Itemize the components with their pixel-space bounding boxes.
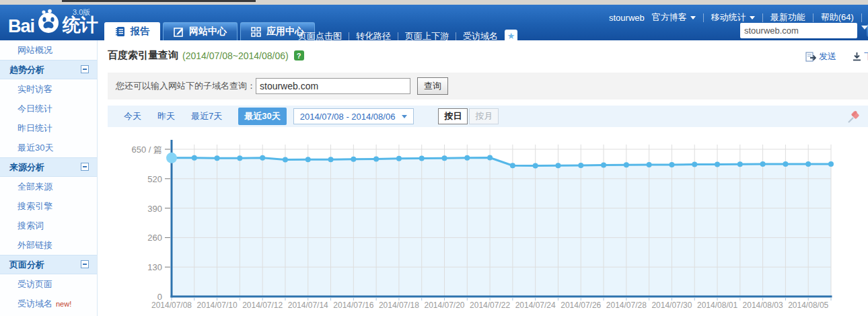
data-point[interactable] — [442, 155, 447, 161]
x-axis-line — [171, 296, 832, 298]
data-point[interactable] — [237, 155, 242, 161]
data-point[interactable] — [669, 162, 674, 167]
menu-divider — [703, 13, 704, 22]
report-icon — [115, 26, 125, 37]
subdomain-query-label: 您还可以输入网站下的子域名查询： — [116, 80, 256, 92]
filter-last-7-days[interactable]: 最近7天 — [191, 110, 222, 122]
x-axis-label: 2014/07/30 — [651, 301, 692, 310]
y-axis-line — [171, 140, 173, 298]
page-title: 百度索引量查询 — [108, 49, 178, 62]
collapse-minus-icon[interactable] — [81, 163, 89, 171]
data-point[interactable] — [533, 163, 538, 169]
data-point[interactable] — [760, 161, 766, 167]
date-filter-bar: 今天 昨天 最近7天 最近30天 2014/07/08 - 2014/08/06… — [108, 106, 868, 127]
sidebar-section-source-analysis[interactable]: 来源分析 — [0, 157, 97, 177]
sidebar-section-trend-analysis[interactable]: 趋势分析 — [0, 60, 97, 79]
data-point[interactable] — [737, 161, 743, 167]
x-axis-label: 2014/08/05 — [788, 301, 828, 310]
collapse-minus-icon[interactable] — [81, 260, 89, 268]
date-range-dropdown[interactable]: 2014/07/08 - 2014/08/06 — [293, 108, 414, 124]
data-point[interactable] — [647, 162, 652, 167]
sidebar-item-visited-domains[interactable]: 受访域名new! — [0, 294, 97, 313]
sidebar-item-all-sources[interactable]: 全部来源 — [0, 177, 97, 196]
data-point[interactable] — [828, 161, 834, 167]
help-icon[interactable]: ? — [294, 50, 304, 61]
data-point-highlighted[interactable] — [166, 153, 177, 163]
menu-official-blog[interactable]: 官方博客 — [652, 11, 696, 24]
sidebar-section-page-analysis[interactable]: 页面分析 — [0, 255, 97, 274]
menu-help[interactable]: 帮助(64) — [821, 11, 854, 24]
data-point[interactable] — [192, 155, 197, 161]
y-axis-label: 520 — [147, 174, 162, 184]
primary-tabs: 报告 网站中心 应用中心 — [104, 22, 315, 40]
x-axis-label: 2014/07/14 — [288, 301, 328, 310]
x-axis-label: 2014/07/28 — [606, 301, 647, 310]
tab-site-center[interactable]: 网站中心 — [163, 22, 238, 40]
subnav-divider — [398, 32, 398, 40]
sidebar-item-realtime-visitors[interactable]: 实时访客 — [0, 79, 97, 99]
send-report-button[interactable]: 发送 — [805, 50, 836, 63]
data-point[interactable] — [601, 163, 606, 168]
sidebar-item-last-30-days[interactable]: 最近30天 — [0, 138, 97, 157]
granularity-by-month-button[interactable]: 按月 — [469, 108, 499, 124]
pushpin-icon[interactable] — [846, 110, 861, 126]
menu-new-features[interactable]: 最新功能 — [770, 11, 805, 24]
baidu-tongji-logo[interactable]: Bai 统计 3.0版 — [8, 9, 98, 37]
subnav-page-clickmap[interactable]: 页面点击图 — [298, 30, 342, 42]
filter-today[interactable]: 今天 — [124, 110, 141, 122]
data-point[interactable] — [260, 155, 265, 161]
subdomain-query-input[interactable] — [256, 78, 410, 94]
y-axis-label: 130 — [147, 262, 162, 272]
data-point[interactable] — [351, 157, 356, 162]
subnav-visited-domain[interactable]: 受访域名 — [463, 30, 498, 42]
sidebar-item-today-stats[interactable]: 今日统计 — [0, 99, 97, 118]
data-point[interactable] — [328, 157, 334, 162]
data-point[interactable] — [510, 163, 515, 168]
data-point[interactable] — [624, 162, 629, 167]
data-point[interactable] — [396, 156, 402, 161]
data-point[interactable] — [805, 161, 811, 167]
sidebar-item-external-links[interactable]: 外部链接 — [0, 235, 97, 255]
site-selector-input[interactable] — [740, 26, 867, 36]
data-point[interactable] — [305, 157, 311, 162]
data-point[interactable] — [715, 162, 720, 167]
download-report-button[interactable]: 下载 — [853, 50, 868, 63]
baidu-tongji-page: { "header": { "logo": {"brand_left": "Ba… — [0, 0, 868, 316]
granularity-by-day-button[interactable]: 按日 — [438, 108, 468, 124]
collapse-minus-icon[interactable] — [81, 65, 89, 73]
subnav-conversion-path[interactable]: 转化路径 — [356, 30, 391, 42]
sidebar-item-yesterday-stats[interactable]: 昨日统计 — [0, 118, 97, 138]
sidebar-item-visited-pages[interactable]: 受访页面 — [0, 274, 97, 294]
x-axis-label: 2014/08/03 — [743, 301, 783, 310]
username[interactable]: stourweb — [609, 13, 645, 23]
y-axis-label: 650 / 篇 — [131, 145, 162, 155]
tab-report[interactable]: 报告 — [104, 22, 160, 40]
data-point[interactable] — [283, 157, 288, 162]
x-axis-label: 2014/07/18 — [379, 301, 419, 310]
menu-mobile-stats[interactable]: 移动统计 — [711, 11, 755, 24]
query-button[interactable]: 查询 — [417, 77, 448, 95]
data-point[interactable] — [783, 161, 788, 167]
sidebar-item-search-engines[interactable]: 搜索引擎 — [0, 196, 97, 216]
data-point[interactable] — [578, 163, 583, 168]
sidebar-item-site-overview[interactable]: 网站概况 — [0, 40, 97, 60]
subnav-page-updown[interactable]: 页面上下游 — [405, 30, 449, 42]
data-point[interactable] — [464, 155, 470, 161]
y-axis-label: 390 — [147, 204, 162, 214]
data-point[interactable] — [419, 155, 425, 161]
data-point[interactable] — [555, 163, 560, 168]
report-sidebar: 网站概况 趋势分析 实时访客 今日统计 昨日统计 最近30天 来源分析 全部来源… — [0, 40, 98, 316]
data-point[interactable] — [487, 155, 493, 160]
dropdown-caret-icon — [402, 115, 407, 118]
sidebar-item-search-terms[interactable]: 搜索词 — [0, 216, 97, 235]
site-selector-caret-icon[interactable] — [861, 26, 868, 30]
data-point[interactable] — [373, 156, 379, 161]
report-actions: 发送 下载 — [805, 50, 868, 63]
new-badge: new! — [56, 300, 71, 308]
favorite-star-icon[interactable]: ★ — [505, 30, 517, 42]
data-point[interactable] — [215, 155, 220, 161]
filter-yesterday[interactable]: 昨天 — [157, 110, 175, 122]
filter-last-30-days-active[interactable]: 最近30天 — [238, 108, 286, 125]
data-point[interactable] — [692, 162, 697, 167]
app-center-icon — [251, 27, 261, 37]
